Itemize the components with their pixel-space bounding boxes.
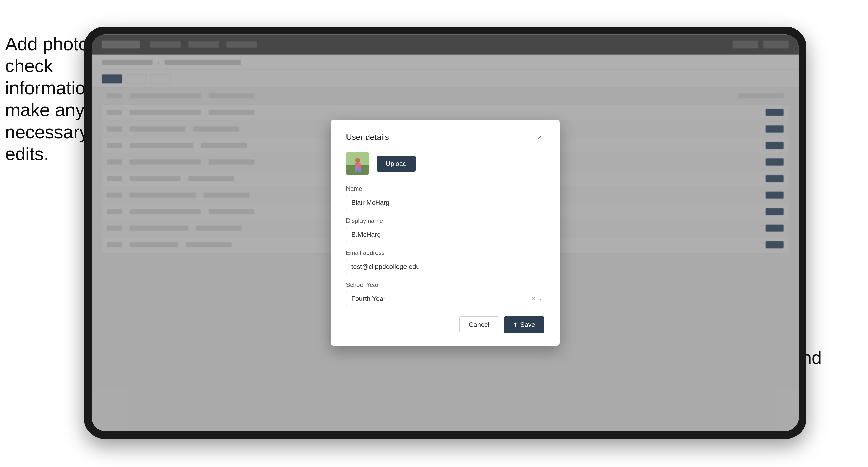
email-input[interactable] xyxy=(346,259,545,274)
save-icon: ⬆ xyxy=(513,321,518,328)
svg-rect-8 xyxy=(358,167,361,172)
modal-close-button[interactable]: × xyxy=(535,133,545,142)
modal-overlay: User details × xyxy=(92,34,799,431)
photo-image xyxy=(346,152,369,175)
school-year-select-wrapper: Fourth Year First Year Second Year Third… xyxy=(346,291,545,306)
save-button-label: Save xyxy=(520,321,535,329)
display-name-field-group: Display name xyxy=(346,217,545,242)
user-details-modal: User details × xyxy=(331,120,560,346)
name-label: Name xyxy=(346,185,545,192)
select-icons: × ⌄ xyxy=(532,295,542,302)
modal-title-bar: User details × xyxy=(346,132,545,142)
school-year-label: School Year xyxy=(346,281,545,288)
svg-rect-7 xyxy=(354,167,357,172)
save-button[interactable]: ⬆ Save xyxy=(504,316,545,333)
upload-photo-button[interactable]: Upload xyxy=(376,156,416,172)
photo-svg xyxy=(346,152,369,175)
display-name-input[interactable] xyxy=(346,227,545,242)
school-year-field-group: School Year Fourth Year First Year Secon… xyxy=(346,281,545,306)
name-field-group: Name xyxy=(346,185,545,210)
email-field-group: Email address xyxy=(346,249,545,274)
cancel-button[interactable]: Cancel xyxy=(459,316,499,333)
select-clear-icon[interactable]: × xyxy=(532,295,535,302)
tablet-screen: › xyxy=(92,34,799,431)
email-label: Email address xyxy=(346,249,545,256)
modal-title: User details xyxy=(346,132,389,142)
tablet-shell: › xyxy=(84,27,806,439)
photo-section: Upload xyxy=(346,152,545,175)
chevron-down-icon: ⌄ xyxy=(537,295,542,302)
modal-footer: Cancel ⬆ Save xyxy=(346,316,545,333)
display-name-label: Display name xyxy=(346,217,545,224)
svg-point-5 xyxy=(355,158,360,163)
user-photo-thumbnail xyxy=(346,152,369,175)
name-input[interactable] xyxy=(346,195,545,210)
school-year-select[interactable]: Fourth Year First Year Second Year Third… xyxy=(346,291,545,306)
